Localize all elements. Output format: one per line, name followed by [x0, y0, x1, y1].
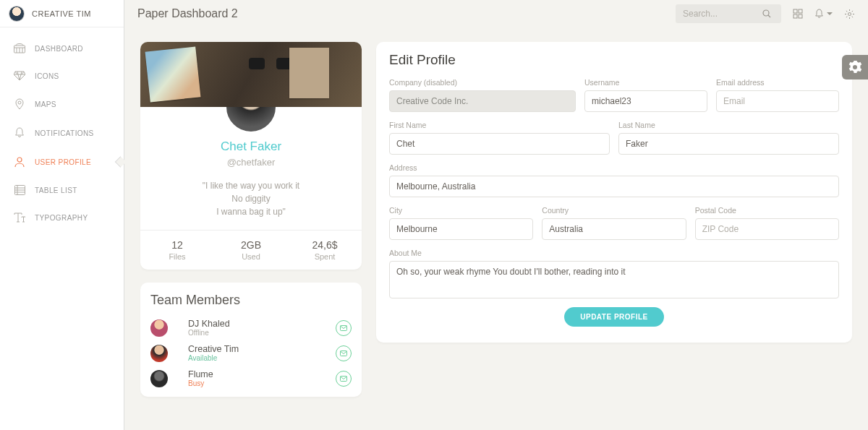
member-message-button[interactable]: [336, 345, 352, 361]
svg-rect-6: [799, 9, 802, 13]
edit-profile-card: Edit Profile Company (disabled) Username…: [376, 42, 852, 343]
sidebar-item-label: USER PROFILE: [35, 158, 91, 166]
profile-quote: "I like the way you work it No diggity I…: [158, 179, 344, 218]
svg-rect-5: [793, 9, 797, 13]
update-profile-button[interactable]: UPDATE PROFILE: [564, 307, 663, 327]
label-city: City: [389, 206, 533, 215]
label-postal-code: Postal Code: [695, 206, 839, 215]
sidebar-item-label: TYPOGRAPHY: [35, 214, 88, 222]
sidebar-item-label: ICONS: [35, 72, 59, 80]
map-pin-icon: [13, 98, 26, 110]
cover-image: [140, 42, 362, 107]
member-avatar: [150, 345, 168, 362]
sidebar-item-typography[interactable]: TYPOGRAPHY: [0, 204, 124, 231]
company-input: [389, 90, 576, 112]
sidebar-nav: DASHBOARD ICONS MAPS NOTIFICATIONS USER …: [0, 27, 124, 238]
notifications-dropdown[interactable]: [814, 9, 833, 19]
svg-point-2: [17, 158, 22, 162]
sidebar-item-label: TABLE LIST: [35, 186, 77, 194]
svg-point-9: [848, 12, 851, 15]
profile-card: Chet Faker @chetfaker "I like the way yo…: [140, 42, 362, 270]
sidebar-item-label: DASHBOARD: [35, 45, 83, 53]
member-message-button[interactable]: [336, 371, 352, 387]
list-icon: [13, 185, 26, 195]
sidebar-item-dashboard[interactable]: DASHBOARD: [0, 35, 124, 62]
member-avatar: [150, 370, 168, 387]
sidebar-item-icons[interactable]: ICONS: [0, 62, 124, 90]
sidebar-item-maps[interactable]: MAPS: [0, 90, 124, 119]
member-status: Offline: [188, 329, 230, 337]
sidebar-item-label: NOTIFICATIONS: [35, 129, 94, 137]
sidebar-item-notifications[interactable]: NOTIFICATIONS: [0, 119, 124, 147]
form-heading: Edit Profile: [389, 52, 839, 68]
svg-rect-8: [799, 14, 802, 18]
stat-used: 2GB Used: [214, 239, 288, 261]
last-name-input[interactable]: [618, 133, 839, 155]
member-message-button[interactable]: [336, 320, 352, 336]
sidebar: CREATIVE TIM DASHBOARD ICONS MAPS NOTIFI…: [0, 0, 124, 430]
label-country: Country: [542, 206, 686, 215]
search-box[interactable]: [676, 4, 781, 23]
dashboard-icon: [13, 43, 26, 53]
search-icon: [762, 9, 771, 18]
member-name: Flume: [188, 369, 213, 379]
user-icon: [13, 156, 26, 168]
label-address: Address: [389, 163, 839, 172]
settings-fab[interactable]: [842, 55, 868, 79]
stat-spent: 24,6$ Spent: [288, 239, 362, 261]
sidebar-item-user-profile[interactable]: USER PROFILE: [0, 147, 124, 176]
bell-icon: [13, 127, 26, 139]
label-about: About Me: [389, 249, 839, 257]
member-status: Available: [188, 354, 239, 362]
profile-stats: 12 Files 2GB Used 24,6$ Spent: [140, 230, 362, 270]
postal-code-input[interactable]: [695, 218, 839, 240]
gear-icon[interactable]: [844, 9, 855, 20]
svg-point-1: [18, 101, 21, 104]
city-input[interactable]: [389, 218, 533, 240]
topbar-right: [676, 4, 855, 23]
about-textarea[interactable]: [389, 261, 839, 298]
profile-handle: @chetfaker: [140, 157, 362, 168]
label-company: Company (disabled): [389, 78, 576, 87]
sidebar-item-label: MAPS: [35, 100, 56, 108]
topbar: Paper Dashboard 2: [124, 0, 868, 27]
grid-icon[interactable]: [793, 9, 803, 19]
username-input[interactable]: [584, 90, 707, 112]
email-input[interactable]: [716, 90, 839, 112]
label-first-name: First Name: [389, 121, 610, 129]
member-status: Busy: [188, 379, 213, 387]
country-input[interactable]: [542, 218, 686, 240]
team-heading: Team Members: [150, 293, 352, 308]
profile-name: Chet Faker: [140, 139, 362, 154]
diamond-icon: [13, 71, 26, 81]
member-avatar: [150, 319, 168, 337]
label-email: Email address: [716, 78, 839, 87]
typography-icon: [13, 212, 26, 223]
team-member-row: DJ Khaled Offline: [150, 315, 352, 340]
team-member-row: Creative Tim Available: [150, 340, 352, 366]
first-name-input[interactable]: [389, 133, 610, 155]
sidebar-item-table-list[interactable]: TABLE LIST: [0, 176, 124, 204]
svg-point-4: [763, 10, 769, 16]
brand-name: CREATIVE TIM: [32, 9, 91, 18]
svg-rect-7: [793, 14, 797, 18]
label-last-name: Last Name: [618, 121, 839, 129]
content-area: Chet Faker @chetfaker "I like the way yo…: [124, 27, 868, 430]
search-input[interactable]: [683, 9, 762, 19]
label-username: Username: [584, 78, 707, 87]
brand-row[interactable]: CREATIVE TIM: [0, 0, 124, 27]
member-name: DJ Khaled: [188, 319, 230, 329]
stat-files: 12 Files: [140, 239, 214, 261]
team-member-row: Flume Busy: [150, 366, 352, 391]
address-input[interactable]: [389, 176, 839, 197]
page-title: Paper Dashboard 2: [137, 7, 238, 20]
brand-avatar-icon: [9, 6, 25, 22]
team-card: Team Members DJ Khaled Offline Creative …: [140, 283, 362, 397]
member-name: Creative Tim: [188, 344, 239, 354]
